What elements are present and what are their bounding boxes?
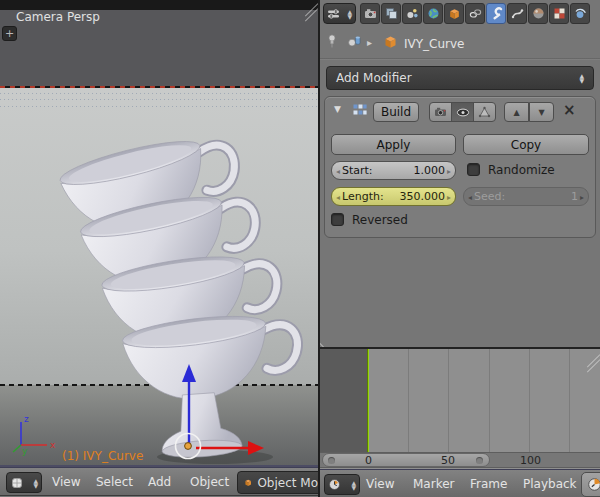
start-label: Start:	[342, 164, 373, 177]
frame-tick-0: 0	[365, 454, 372, 467]
editor-type-selector[interactable]: ▲▼	[323, 3, 356, 24]
move-modifier-down-button[interactable]: ▼	[529, 102, 554, 122]
timeline-scrollbar-handle[interactable]	[322, 453, 490, 467]
edit-mode-icon	[478, 106, 491, 118]
object-mode-cube-icon	[244, 476, 252, 489]
frame-tick-100: 100	[520, 454, 541, 467]
timeline-gridline	[569, 349, 570, 452]
copy-button[interactable]: Copy	[463, 134, 589, 155]
editor-type-selector-next[interactable]	[581, 472, 600, 497]
clock-icon	[587, 477, 600, 492]
length-value: 350.000	[400, 190, 446, 203]
modifier-name-field[interactable]: Build	[373, 102, 419, 122]
tab-render-layers[interactable]	[381, 3, 401, 24]
selector-arrows-icon: ▲▼	[351, 480, 356, 490]
tab-world[interactable]	[423, 3, 443, 24]
delete-modifier-button[interactable]: ×	[563, 101, 576, 119]
area-resize-corner[interactable]	[304, 0, 318, 14]
menu-object[interactable]: Object	[190, 475, 229, 489]
tab-object-data[interactable]	[507, 3, 527, 24]
apply-button[interactable]: Apply	[331, 134, 456, 155]
axis-x-label: x	[50, 440, 56, 450]
object-cube-icon	[448, 7, 461, 20]
toggle-viewport-visibility-button[interactable]	[451, 102, 474, 122]
scrollbar-end-dot[interactable]	[328, 457, 335, 464]
slider-right-arrow-icon: ▸	[580, 193, 584, 202]
timeline-gridline	[448, 349, 449, 452]
randomize-checkbox[interactable]	[467, 163, 480, 176]
slider-right-arrow-icon[interactable]: ▸	[447, 193, 451, 202]
build-modifier-panel: ▼ Build	[324, 96, 596, 238]
toolbar-expand-button[interactable]: +	[2, 26, 17, 41]
menu-frame[interactable]: Frame	[470, 477, 507, 491]
active-object-label: (1) IVY_Curve	[62, 449, 143, 463]
randomize-label: Randomize	[488, 163, 555, 177]
tab-physics[interactable]	[570, 3, 590, 24]
dropdown-arrows-icon: ▲▼	[579, 73, 584, 83]
tab-object[interactable]	[444, 3, 464, 24]
tab-material[interactable]	[528, 3, 548, 24]
slider-left-arrow-icon[interactable]: ◂	[336, 167, 340, 176]
menu-view[interactable]: View	[366, 477, 394, 491]
timeline-before-start-region	[320, 349, 368, 452]
tab-render[interactable]	[360, 3, 380, 24]
axis-z-label: z	[24, 414, 29, 424]
start-slider[interactable]: ◂ Start: 1.000 ▸	[331, 161, 456, 180]
menu-select[interactable]: Select	[96, 475, 133, 489]
seed-label: Seed:	[474, 190, 505, 203]
render-camera-icon	[364, 7, 377, 20]
eye-icon	[456, 107, 470, 118]
properties-icon	[327, 8, 340, 20]
seed-slider[interactable]: ◂ Seed: 1 ▸	[463, 187, 589, 206]
physics-icon	[574, 7, 587, 20]
tab-texture[interactable]	[549, 3, 569, 24]
editor-type-selector[interactable]: ▲▼	[324, 474, 360, 495]
viewport-header: ▲▼ View Select Add Object Object Mo	[0, 467, 318, 496]
start-value: 1.000	[414, 164, 446, 177]
render-layers-icon	[385, 7, 398, 20]
menu-add[interactable]: Add	[148, 475, 171, 489]
tab-modifiers[interactable]	[486, 3, 506, 24]
toggle-render-button[interactable]	[429, 102, 452, 122]
view-name-label: Camera Persp	[16, 10, 100, 24]
tab-scene[interactable]	[402, 3, 422, 24]
3d-viewport[interactable]: z x y Camera Persp (1) IVY_Curve + ▲▼ Vi…	[0, 0, 318, 497]
menu-marker[interactable]: Marker	[413, 477, 454, 491]
add-modifier-dropdown[interactable]: Add Modifier ▲▼	[326, 66, 594, 90]
build-modifier-icon	[352, 102, 368, 118]
current-frame-indicator[interactable]	[367, 349, 369, 452]
breadcrumb-object-cube-icon	[383, 34, 398, 49]
timeline-gridline	[408, 349, 409, 452]
pin-icon[interactable]	[326, 33, 342, 49]
selector-arrows-icon: ▲▼	[347, 9, 352, 19]
slider-left-arrow-icon[interactable]: ◂	[336, 193, 340, 202]
mode-label: Object Mo	[257, 476, 318, 490]
transform-manipulator[interactable]	[150, 355, 280, 465]
scrollbar-end-dot[interactable]	[476, 457, 483, 464]
menu-view[interactable]: View	[52, 475, 80, 489]
length-slider[interactable]: ◂ Length: 350.000 ▸	[331, 187, 456, 206]
breadcrumb-object-name[interactable]: IVY_Curve	[404, 37, 464, 51]
reversed-checkbox[interactable]	[331, 213, 344, 226]
scene-icon	[406, 7, 419, 20]
panel-collapse-icon[interactable]: ▼	[334, 104, 341, 114]
object-data-breadcrumb-icon[interactable]	[347, 33, 363, 49]
menu-playback[interactable]: Playback	[523, 477, 577, 491]
interaction-mode-selector[interactable]: Object Mo	[237, 471, 318, 494]
length-label: Length:	[342, 190, 384, 203]
axis-y-label: y	[22, 446, 28, 456]
timeline-header: ▲▼ View Marker Frame Playback	[320, 469, 600, 497]
area-resize-corner[interactable]	[586, 351, 600, 365]
modifiers-wrench-icon	[490, 7, 503, 20]
slider-right-arrow-icon[interactable]: ▸	[447, 167, 451, 176]
move-modifier-up-button[interactable]: ▲	[504, 102, 529, 122]
breadcrumb-arrow-icon: ▸	[367, 37, 372, 48]
selector-arrows-icon: ▲▼	[33, 478, 38, 488]
area-resize-corner[interactable]	[320, 336, 331, 347]
toggle-editmode-button[interactable]	[473, 102, 496, 122]
tab-constraints[interactable]	[465, 3, 485, 24]
3d-view-icon	[10, 476, 24, 490]
render-camera-icon	[434, 106, 447, 118]
axis-gizmo: z x y	[5, 412, 65, 462]
editor-type-selector[interactable]: ▲▼	[6, 472, 42, 493]
